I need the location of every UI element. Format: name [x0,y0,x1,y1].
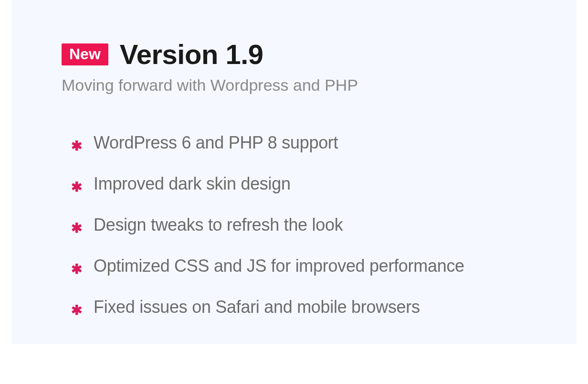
subtitle: Moving forward with Wordpress and PHP [62,76,529,95]
asterisk-icon: ✱ [71,181,82,194]
asterisk-icon: ✱ [71,304,82,317]
feature-text: Fixed issues on Safari and mobile browse… [94,297,420,317]
new-badge: New [62,43,108,65]
list-item: ✱ Design tweaks to refresh the look [71,215,529,235]
feature-text: WordPress 6 and PHP 8 support [94,133,338,153]
feature-text: Improved dark skin design [94,174,291,194]
release-card: New Version 1.9 Moving forward with Word… [11,0,577,344]
list-item: ✱ Optimized CSS and JS for improved perf… [71,256,529,276]
list-item: ✱ WordPress 6 and PHP 8 support [71,133,529,153]
asterisk-icon: ✱ [71,222,82,235]
list-item: ✱ Improved dark skin design [71,174,529,194]
feature-text: Optimized CSS and JS for improved perfor… [94,256,464,276]
header-row: New Version 1.9 [62,38,529,70]
feature-text: Design tweaks to refresh the look [94,215,343,235]
version-title: Version 1.9 [120,38,263,70]
list-item: ✱ Fixed issues on Safari and mobile brow… [71,297,529,317]
feature-list: ✱ WordPress 6 and PHP 8 support ✱ Improv… [62,133,529,317]
asterisk-icon: ✱ [71,139,82,153]
asterisk-icon: ✱ [71,263,82,276]
